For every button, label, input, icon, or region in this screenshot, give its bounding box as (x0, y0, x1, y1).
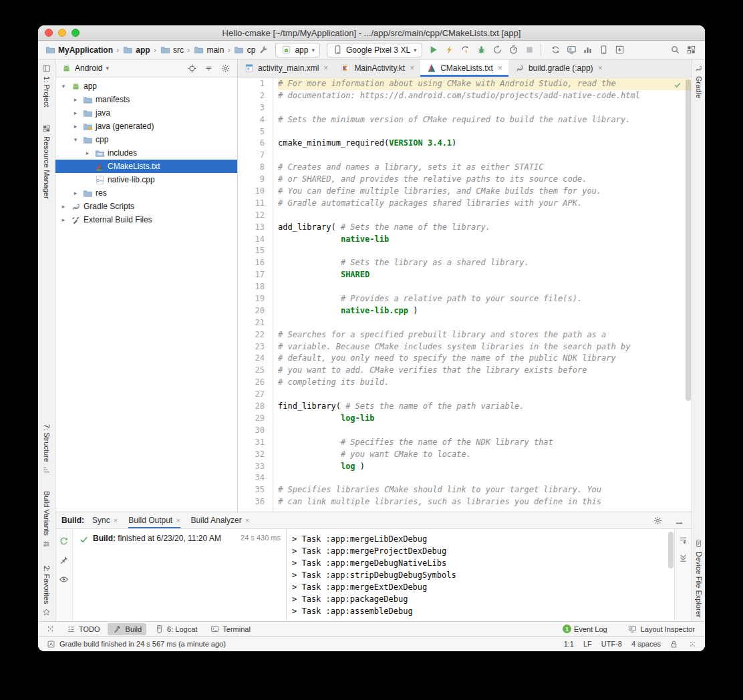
breadcrumb-item-src[interactable]: src (160, 45, 184, 55)
code-line[interactable]: # default, you only need to specify the … (278, 353, 692, 365)
minimize-window-button[interactable] (58, 29, 66, 37)
toolwindow-button-terminal[interactable]: Terminal (204, 623, 255, 635)
code-line[interactable]: # or SHARED, and provides the relative p… (278, 174, 692, 186)
code-line[interactable] (278, 281, 692, 293)
code-line[interactable]: log-lib (278, 413, 692, 425)
search-everywhere-button[interactable] (667, 43, 682, 57)
tool-stripe-device-file-explorer[interactable]: Device File Explorer (694, 538, 704, 617)
stop-button[interactable] (523, 43, 537, 57)
collapse-all-button[interactable] (202, 61, 215, 75)
close-tab-icon[interactable]: × (114, 516, 118, 524)
line-separator[interactable]: LF (583, 640, 592, 648)
tree-item-app[interactable]: ▾app (55, 79, 237, 93)
toolwindow-button-layout-inspector[interactable]: Layout Inspector (623, 623, 700, 635)
project-settings-button[interactable] (218, 61, 232, 75)
toolwindow-switcher-icon[interactable] (43, 623, 57, 636)
build-tab-build-output[interactable]: Build Output× (128, 512, 180, 528)
device-manager-button[interactable] (597, 43, 611, 57)
tree-item-java[interactable]: ▸java (55, 106, 237, 120)
code-line[interactable]: # documentation: https://d.android.com/s… (278, 90, 692, 102)
console-scrollbar[interactable] (667, 529, 674, 621)
code-line[interactable] (278, 389, 692, 401)
apply-changes-button[interactable] (442, 43, 457, 57)
sync-project-button[interactable] (549, 43, 563, 57)
tool-stripe-2-favorites[interactable]: 2: Favorites (41, 566, 52, 617)
code-line[interactable] (278, 210, 692, 222)
code-line[interactable]: # Gradle automatically packages shared l… (278, 198, 692, 210)
code-line[interactable]: native-lib (278, 234, 692, 246)
toolwindow-button-6-logcat[interactable]: 6: Logcat (149, 623, 202, 635)
status-message[interactable]: Gradle build finished in 24 s 567 ms (a … (59, 640, 226, 648)
code-line[interactable]: # you want CMake to locate. (278, 449, 692, 461)
device-select[interactable]: Google Pixel 3 XL ▾ (327, 43, 422, 57)
soft-wrap-button[interactable] (677, 533, 690, 546)
code-line[interactable]: # variable. Because CMake includes syste… (278, 341, 692, 353)
code-line[interactable] (278, 102, 692, 114)
rerun-build-button[interactable] (57, 534, 71, 547)
filter-eye-button[interactable] (57, 572, 71, 586)
chevron-right-icon[interactable]: ▸ (59, 203, 67, 210)
breadcrumb-item-cp[interactable]: cp (234, 45, 256, 55)
chevron-right-icon[interactable]: ▸ (71, 110, 80, 116)
indent-setting[interactable]: 4 spaces (631, 640, 661, 648)
project-structure-button[interactable] (684, 43, 698, 57)
build-tab-build-analyzer[interactable]: Build Analyzer× (191, 512, 249, 528)
build-settings-button[interactable] (651, 514, 664, 527)
profile-button[interactable] (506, 43, 521, 57)
code-line[interactable]: # Sets the minimum version of CMake requ… (278, 114, 692, 126)
code-line[interactable]: # you want to add. CMake verifies that t… (278, 365, 692, 377)
code-line[interactable]: # For more information about using CMake… (278, 78, 692, 90)
chevron-right-icon[interactable]: ▸ (59, 216, 67, 223)
close-tab-icon[interactable]: × (410, 63, 414, 73)
tree-item-cmakelists-txt[interactable]: CMakeLists.txt (55, 160, 237, 173)
code-area[interactable]: # For more information about using CMake… (273, 77, 692, 512)
chevron-right-icon[interactable]: ▸ (71, 190, 80, 196)
project-view-select[interactable]: Android (75, 63, 102, 73)
code-line[interactable] (278, 126, 692, 138)
close-tab-icon[interactable]: × (598, 63, 603, 73)
tree-item-manifests[interactable]: ▸manifests (55, 93, 237, 106)
code-line[interactable]: # Sets the library as a shared library. (278, 257, 692, 269)
hide-build-panel-button[interactable] (672, 514, 686, 527)
code-line[interactable]: find_library( # Sets the name of the pat… (278, 401, 692, 413)
build-console[interactable]: > Task :app:mergeLibDexDebug> Task :app:… (287, 529, 674, 621)
tree-item-gradle-scripts[interactable]: ▸Gradle Scripts (55, 200, 237, 213)
attach-debugger-button[interactable] (490, 43, 505, 57)
tool-stripe-gradle[interactable]: Gradle (694, 63, 704, 98)
chevron-right-icon[interactable]: ▸ (71, 96, 80, 103)
tab-activity-main-xml[interactable]: activity_main.xml× (238, 59, 334, 77)
tool-stripe-build-variants[interactable]: Build Variants (41, 491, 52, 549)
profiler-button[interactable] (581, 43, 595, 57)
code-line[interactable]: # Specifies the name of the NDK library … (278, 437, 692, 449)
editor-scrollbar[interactable] (684, 77, 692, 512)
code-line[interactable]: cmake_minimum_required(VERSION 3.4.1) (278, 138, 692, 150)
code-line[interactable]: # You can define multiple libraries, and… (278, 186, 692, 198)
tool-stripe-7-structure[interactable]: 7: Structure (41, 424, 52, 476)
breadcrumb-item-app[interactable]: app (122, 45, 150, 55)
scrollbar-thumb[interactable] (668, 532, 674, 568)
tab-cmakelists-txt[interactable]: CMakeLists.txt× (420, 59, 508, 77)
zoom-window-button[interactable] (71, 29, 80, 37)
toolwindow-button-todo[interactable]: TODO (61, 623, 105, 635)
code-line[interactable] (278, 317, 692, 329)
code-line[interactable]: log ) (278, 461, 692, 473)
code-line[interactable] (278, 472, 692, 484)
code-line[interactable]: # Searches for a specified prebuilt libr… (278, 329, 692, 341)
chevron-down-icon[interactable]: ▾ (71, 136, 80, 143)
run-button[interactable] (426, 43, 441, 57)
locate-file-button[interactable] (185, 61, 198, 75)
scroll-to-end-button[interactable] (677, 551, 690, 564)
toolwindow-button-event-log[interactable]: 1Event Log (558, 623, 612, 635)
code-line[interactable]: # Specifies libraries CMake should link … (278, 484, 692, 496)
tool-stripe-resource-manager[interactable]: Resource Manager (41, 123, 52, 199)
run-config-select[interactable]: app ▾ (275, 43, 320, 57)
code-line[interactable] (278, 245, 692, 257)
tree-item-res[interactable]: ▸res (55, 186, 237, 200)
tree-item-includes[interactable]: ▸includes (55, 146, 237, 160)
apply-code-changes-button[interactable] (458, 43, 473, 57)
close-tab-icon[interactable]: × (323, 63, 328, 73)
tab-build-gradle-app[interactable]: build.gradle (:app)× (508, 59, 609, 77)
code-line[interactable]: # Creates and names a library, sets it a… (278, 162, 692, 174)
code-line[interactable] (278, 150, 692, 162)
chevron-right-icon[interactable]: ▸ (71, 123, 80, 130)
